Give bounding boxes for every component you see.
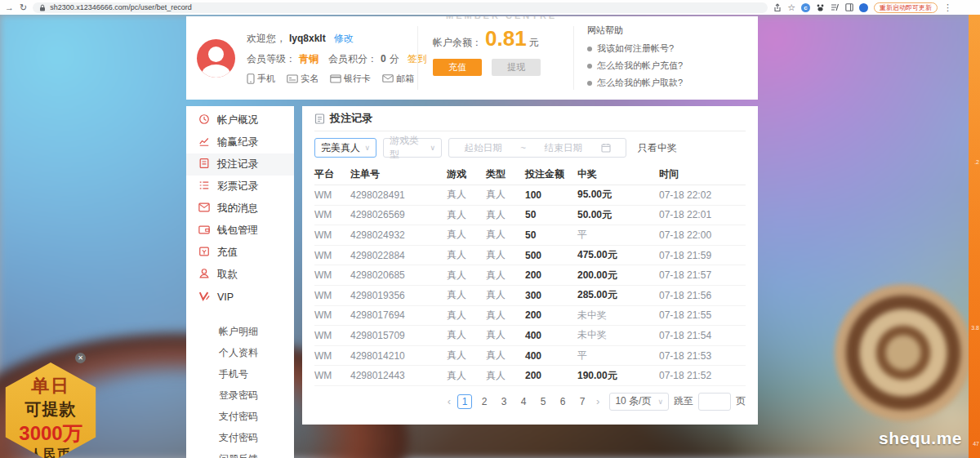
address-bar[interactable]: sh2300.x12346666.com/pc/user/bet_record [33, 2, 768, 13]
help-title: 网站帮助 [587, 24, 758, 37]
edit-profile-link[interactable]: 修改 [334, 32, 354, 46]
page-button-4[interactable]: 4 [516, 394, 531, 409]
cell-game: 真人 [447, 208, 486, 222]
update-browser-button[interactable]: 重新启动即可更新 [874, 2, 938, 13]
next-page-button[interactable]: › [595, 395, 601, 407]
cell-amount: 400 [525, 350, 577, 362]
withdraw-button[interactable]: 提现 [492, 59, 541, 76]
calendar-icon [601, 143, 611, 153]
cell-win: 未中奖 [577, 328, 659, 342]
sidebar-item-我的消息[interactable]: 我的消息 [186, 198, 294, 220]
sidebar-item-投注记录[interactable]: 投注记录 [186, 153, 294, 176]
share-icon[interactable] [773, 3, 782, 12]
page-size-select[interactable]: 10 条/页∨ [609, 393, 669, 411]
jump-page-input[interactable] [698, 393, 731, 411]
username: lyq8xklt [289, 33, 326, 44]
cell-order-number: 4298020685 [350, 269, 447, 281]
bet-record-icon [198, 158, 210, 171]
level-label: 会员等级： [247, 52, 296, 66]
sidebar-item-彩票记录[interactable]: 彩票记录 [186, 176, 294, 198]
table-header-row: 平台注单号游戏类型投注金额中奖时间 [314, 164, 746, 185]
sidebar-item-label: 钱包管理 [217, 224, 258, 238]
cell-time: 07-18 21:54 [659, 330, 746, 341]
bet-record-panel: 投注记录 完美真人∨ 游戏类型∨ 起始日期 ~ 结束日期 只看中奖 平台注单号游… [302, 106, 758, 425]
bookmark-star-icon[interactable]: ☆ [787, 3, 795, 12]
sidebar-item-支付密码[interactable]: 支付密码 [186, 406, 294, 427]
cell-win: 285.00元 [577, 288, 659, 302]
cell-game: 真人 [447, 349, 486, 362]
cell-time: 07-18 21:52 [659, 370, 746, 381]
sidebar-item-充值[interactable]: 充值 [186, 242, 294, 264]
cell-game: 真人 [447, 248, 486, 262]
prev-page-button[interactable]: ‹ [446, 395, 452, 407]
cell-win: 50.00元 [577, 208, 659, 222]
sidebar-item-label: VIP [217, 291, 234, 303]
cell-time: 07-18 22:02 [659, 189, 746, 201]
verify-item-邮箱[interactable]: 邮箱 [382, 73, 414, 85]
help-link-label: 我该如何注册帐号? [597, 42, 674, 55]
panel-header: 投注记录 [314, 106, 746, 131]
help-link[interactable]: 我该如何注册帐号? [587, 42, 758, 55]
cell-type: 真人 [486, 269, 525, 282]
sidebar-item-问题反馈[interactable]: 问题反馈 [186, 448, 294, 458]
sidebar-item-支付密码[interactable]: 支付密码 [186, 427, 294, 448]
table-row: WM4298026569真人真人5050.00元07-18 22:01 [314, 206, 746, 226]
sidebar-item-钱包管理[interactable]: 钱包管理 [186, 220, 294, 242]
cell-amount: 50 [525, 209, 577, 220]
platform-select[interactable]: 完美真人∨ [314, 138, 376, 158]
date-range-input[interactable]: 起始日期 ~ 结束日期 [448, 138, 626, 158]
sidebar-menu: 帐户概况输赢纪录投注记录彩票记录我的消息钱包管理充值取款VIP [186, 109, 294, 308]
extension-blue-icon[interactable]: c [801, 3, 810, 12]
roulette-wheel [835, 284, 972, 421]
reload-icon[interactable]: ↻ [20, 3, 27, 12]
cell-win: 平 [577, 349, 659, 362]
help-link[interactable]: 怎么给我的帐户取款? [587, 77, 758, 89]
sidebar-item-个人资料[interactable]: 个人资料 [186, 342, 294, 363]
column-header-中奖: 中奖 [577, 167, 659, 181]
browser-profile-avatar[interactable] [859, 3, 868, 12]
cell-amount: 500 [525, 250, 577, 261]
filter-row: 完美真人∨ 游戏类型∨ 起始日期 ~ 结束日期 只看中奖 [314, 131, 746, 164]
page-button-7[interactable]: 7 [575, 394, 590, 409]
forward-icon[interactable]: → [5, 3, 14, 12]
table-row: WM4298019356真人真人300285.00元07-18 21:56 [314, 286, 746, 306]
sidebar-item-VIP[interactable]: VIP [186, 286, 294, 308]
table-row: WM4298015709真人真人400未中奖07-18 21:54 [314, 326, 746, 346]
kebab-menu-icon[interactable]: ⋮ [943, 3, 952, 12]
close-icon[interactable]: ✕ [75, 353, 86, 363]
sidebar-item-帐户概况[interactable]: 帐户概况 [186, 109, 294, 131]
sidebar-item-登录密码[interactable]: 登录密码 [186, 385, 294, 406]
only-win-filter[interactable]: 只看中奖 [638, 141, 677, 155]
cell-game: 真人 [447, 328, 486, 342]
verify-item-实名[interactable]: 实名 [287, 73, 318, 85]
help-link[interactable]: 怎么给我的帐户充值? [587, 60, 758, 72]
sidebar-item-帐户明细[interactable]: 帐户明细 [186, 321, 294, 342]
page-button-2[interactable]: 2 [477, 394, 492, 409]
verify-item-银行卡[interactable]: 银行卡 [330, 73, 371, 85]
cell-type: 真人 [486, 369, 525, 383]
id-card-icon [287, 74, 298, 83]
verify-item-手机[interactable]: 手机 [247, 73, 275, 85]
cell-type: 真人 [486, 309, 525, 322]
page-button-1[interactable]: 1 [457, 394, 472, 409]
game-type-select[interactable]: 游戏类型∨ [383, 138, 442, 158]
cell-win: 475.00元 [577, 248, 659, 262]
page-button-5[interactable]: 5 [536, 394, 550, 409]
cell-order-number: 4298017694 [350, 309, 447, 321]
cell-type: 真人 [486, 208, 525, 222]
reading-list-icon[interactable] [831, 3, 840, 11]
withdraw-icon [198, 268, 210, 282]
page-button-6[interactable]: 6 [555, 394, 570, 409]
cell-type: 真人 [486, 328, 525, 342]
side-panel-icon[interactable] [845, 3, 853, 11]
sidebar-item-输赢纪录[interactable]: 输赢纪录 [186, 131, 294, 153]
bullet-icon [587, 47, 592, 51]
recharge-button[interactable]: 充值 [433, 59, 482, 76]
sidebar-item-手机号[interactable]: 手机号 [186, 363, 294, 385]
help-list: 我该如何注册帐号?怎么给我的帐户充值?怎么给我的帐户取款? [587, 42, 758, 89]
page-button-3[interactable]: 3 [497, 394, 511, 409]
extension-paw-icon[interactable] [816, 3, 825, 12]
sidebar-item-取款[interactable]: 取款 [186, 264, 294, 286]
page-size-value: 10 条/页 [615, 394, 651, 408]
cell-win: 未中奖 [577, 309, 659, 322]
